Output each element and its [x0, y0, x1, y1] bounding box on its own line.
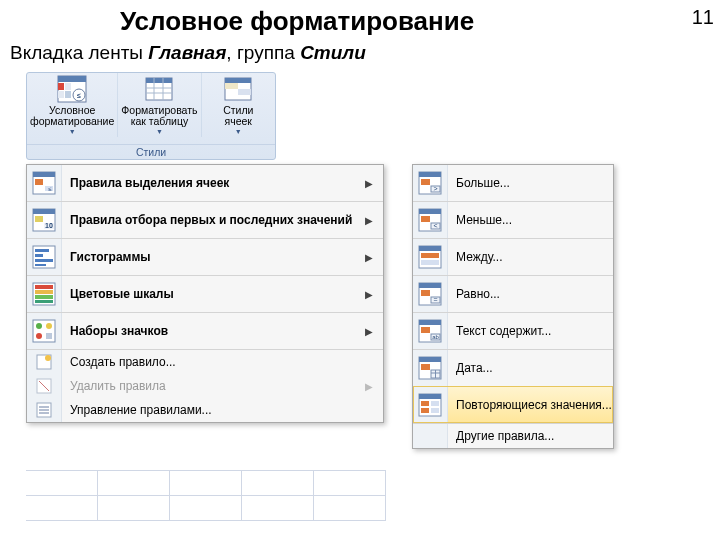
- ribbon-btn3-line2: ячеек: [225, 116, 252, 127]
- color-scales-icon: [32, 282, 56, 306]
- svg-rect-83: [421, 401, 429, 406]
- svg-rect-29: [35, 249, 49, 252]
- menu-item-new-rule[interactable]: Создать правило...: [27, 349, 383, 374]
- svg-rect-2: [58, 83, 64, 90]
- menu-label: Между...: [448, 250, 613, 264]
- menu-label: Больше...: [448, 176, 613, 190]
- svg-rect-67: [421, 290, 430, 296]
- between-icon: [418, 245, 442, 269]
- svg-text:ab: ab: [432, 334, 439, 340]
- submenu-item-less-than[interactable]: < Меньше...: [413, 201, 613, 238]
- submenu-item-equal-to[interactable]: = Равно...: [413, 275, 613, 312]
- submenu-arrow-icon: ▶: [361, 381, 383, 392]
- duplicate-values-icon: [418, 393, 442, 417]
- menu-label: Цветовые шкалы: [62, 287, 361, 301]
- svg-rect-1: [58, 76, 86, 82]
- menu-label: Гистограммы: [62, 250, 361, 264]
- submenu-arrow-icon: ▶: [361, 178, 383, 189]
- svg-rect-72: [421, 327, 430, 333]
- icon-sets-icon: [32, 319, 56, 343]
- subtitle-tab-name: Главная: [148, 42, 226, 63]
- menu-label: Правила отбора первых и последних значен…: [62, 213, 361, 227]
- menu-label: Меньше...: [448, 213, 613, 227]
- top-bottom-icon: 10: [32, 208, 56, 232]
- svg-point-39: [36, 323, 42, 329]
- text-contains-icon: ab: [418, 319, 442, 343]
- highlight-cells-submenu: > Больше... < Меньше...: [412, 164, 614, 449]
- format-as-table-icon: [144, 75, 174, 103]
- svg-rect-20: [35, 179, 43, 185]
- data-bars-icon: [32, 245, 56, 269]
- conditional-formatting-icon: ≤: [57, 75, 87, 103]
- svg-rect-82: [419, 394, 441, 399]
- svg-text:≤: ≤: [77, 92, 81, 99]
- svg-rect-35: [35, 290, 53, 294]
- conditional-formatting-menu: ≤ Правила выделения ячеек ▶ 10 Правила о…: [26, 164, 384, 423]
- svg-rect-15: [225, 78, 251, 83]
- svg-rect-52: [419, 172, 441, 177]
- menu-item-manage-rules[interactable]: Управление правилами...: [27, 398, 383, 422]
- submenu-item-text-contains[interactable]: ab Текст содержит...: [413, 312, 613, 349]
- dropdown-arrow-icon: ▼: [235, 128, 242, 135]
- date-icon: [418, 356, 442, 380]
- svg-rect-58: [421, 216, 430, 222]
- highlight-cells-icon: ≤: [32, 171, 56, 195]
- svg-rect-5: [65, 91, 71, 98]
- manage-rules-icon: [36, 402, 52, 418]
- page-title: Условное форматирование: [120, 6, 474, 37]
- svg-rect-32: [35, 264, 46, 266]
- conditional-formatting-button[interactable]: ≤ Условное форматирование ▼: [27, 73, 118, 137]
- page-number: 11: [692, 6, 714, 29]
- menu-item-color-scales[interactable]: Цветовые шкалы ▶: [27, 275, 383, 312]
- svg-text:<: <: [433, 222, 437, 229]
- menu-label: Наборы значков: [62, 324, 361, 338]
- svg-point-41: [36, 333, 42, 339]
- submenu-item-greater-than[interactable]: > Больше...: [413, 165, 613, 201]
- svg-point-40: [46, 323, 52, 329]
- svg-rect-76: [419, 357, 441, 362]
- page-subtitle: Вкладка ленты Главная, группа Стили: [10, 42, 366, 64]
- submenu-item-duplicate-values[interactable]: Повторяющиеся значения...: [413, 386, 613, 423]
- svg-rect-63: [421, 253, 439, 258]
- submenu-arrow-icon: ▶: [361, 215, 383, 226]
- menu-item-data-bars[interactable]: Гистограммы ▶: [27, 238, 383, 275]
- svg-rect-42: [46, 333, 52, 339]
- svg-text:>: >: [433, 185, 437, 192]
- svg-rect-3: [65, 83, 71, 90]
- submenu-item-between[interactable]: Между...: [413, 238, 613, 275]
- svg-rect-85: [431, 401, 439, 406]
- menu-label: Правила выделения ячеек: [62, 176, 361, 190]
- menu-item-icon-sets[interactable]: Наборы значков ▶: [27, 312, 383, 349]
- svg-rect-77: [421, 364, 430, 370]
- svg-rect-66: [419, 283, 441, 288]
- menu-label: Создать правило...: [62, 355, 383, 369]
- menu-label: Равно...: [448, 287, 613, 301]
- svg-rect-71: [419, 320, 441, 325]
- submenu-arrow-icon: ▶: [361, 289, 383, 300]
- svg-rect-4: [58, 91, 64, 98]
- ribbon-styles-group: ≤ Условное форматирование ▼ Форматироват…: [26, 72, 276, 160]
- equal-to-icon: =: [418, 282, 442, 306]
- svg-rect-17: [238, 89, 251, 95]
- svg-text:10: 10: [45, 222, 53, 229]
- format-as-table-button[interactable]: Форматировать как таблицу ▼: [118, 73, 201, 137]
- submenu-item-more-rules[interactable]: Другие правила...: [413, 423, 613, 448]
- svg-rect-53: [421, 179, 430, 185]
- menu-label: Управление правилами...: [62, 403, 383, 417]
- menu-item-top-bottom-rules[interactable]: 10 Правила отбора первых и последних зна…: [27, 201, 383, 238]
- spreadsheet-grid: [26, 470, 386, 521]
- ribbon-btn1-line2: форматирование: [30, 116, 114, 127]
- cell-styles-button[interactable]: Стили ячеек ▼: [202, 73, 275, 137]
- ribbon-btn2-line2: как таблицу: [131, 116, 189, 127]
- menu-item-highlight-cells-rules[interactable]: ≤ Правила выделения ячеек ▶: [27, 165, 383, 201]
- svg-rect-84: [421, 408, 429, 413]
- svg-rect-57: [419, 209, 441, 214]
- svg-rect-34: [35, 285, 53, 289]
- subtitle-sep: , группа: [226, 42, 300, 63]
- menu-item-clear-rules[interactable]: Удалить правила ▶: [27, 374, 383, 398]
- svg-point-44: [45, 355, 51, 361]
- svg-rect-30: [35, 254, 43, 257]
- submenu-item-date[interactable]: Дата...: [413, 349, 613, 386]
- menu-label: Удалить правила: [62, 379, 361, 393]
- menu-label: Другие правила...: [448, 429, 613, 443]
